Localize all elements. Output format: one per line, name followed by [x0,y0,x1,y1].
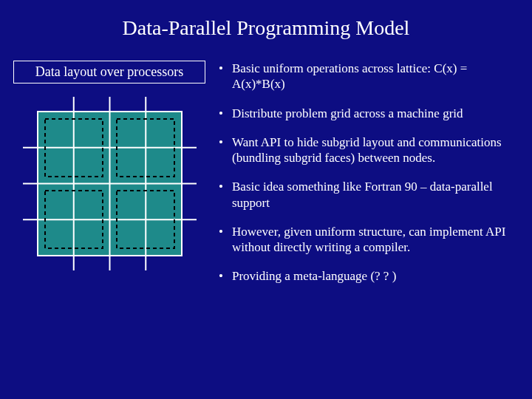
bullet-item: Distribute problem grid across a machine… [216,106,519,121]
bullet-item: However, given uniform structure, can im… [216,224,519,256]
bullet-list: Basic uniform operations across lattice:… [216,61,519,284]
processor-grid-diagram [23,97,197,270]
left-column: Data layout over processors [13,61,205,298]
bullet-item: Want API to hide subgrid layout and comm… [216,134,519,166]
bullet-item: Basic idea something like Fortran 90 – d… [216,179,519,211]
bullet-item: Basic uniform operations across lattice:… [216,61,519,92]
right-column: Basic uniform operations across lattice:… [216,61,519,298]
slide-content: Data layout over processors [0,40,532,298]
diagram-caption: Data layout over processors [13,61,205,83]
bullet-item: Providing a meta-language (? ? ) [216,268,519,284]
slide-title: Data-Parallel Programming Model [0,0,532,40]
